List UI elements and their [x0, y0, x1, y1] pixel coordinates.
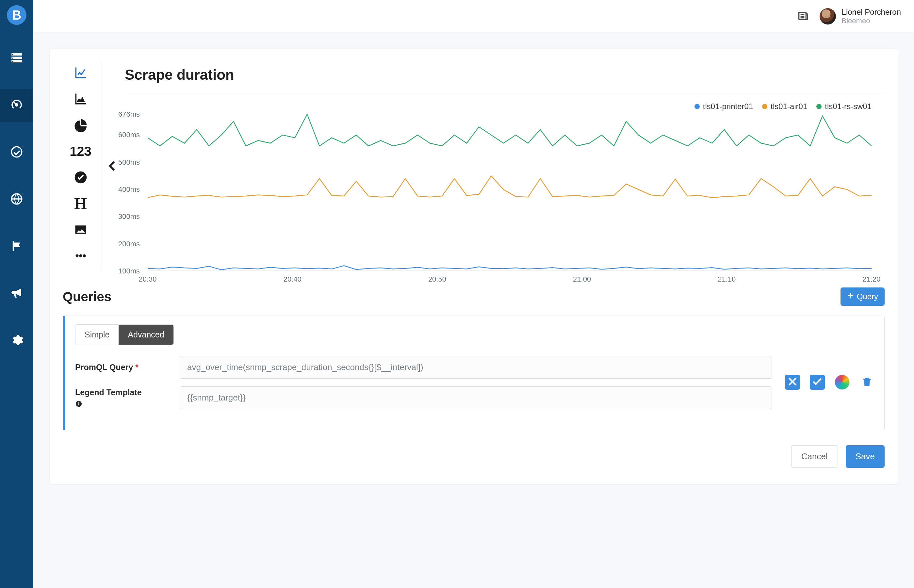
viz-line-chart[interactable]: [69, 64, 92, 82]
info-icon: [75, 399, 82, 408]
check-circle-icon: [10, 145, 24, 160]
nav-globe[interactable]: [0, 183, 33, 216]
query-mode-tabs: Simple Advanced: [75, 325, 174, 345]
query-confirm-button[interactable]: [810, 375, 825, 390]
legend-item-2[interactable]: tls01-rs-sw01: [816, 102, 872, 111]
nav-dashboards[interactable]: [0, 89, 33, 122]
brand-logo[interactable]: B: [7, 5, 26, 25]
viz-more[interactable]: [69, 247, 92, 265]
viz-type-picker: 123 H: [63, 62, 102, 271]
svg-point-3: [82, 254, 86, 257]
viz-image[interactable]: [69, 221, 92, 239]
bullhorn-icon: [10, 286, 24, 301]
server-icon: [10, 51, 24, 66]
nav-status[interactable]: [0, 136, 33, 169]
queries-heading: Queries: [63, 289, 111, 304]
user-name: Lionel Porcheron: [842, 8, 901, 17]
query-actions: [785, 325, 874, 417]
query-color-picker[interactable]: [835, 375, 849, 390]
legend-template-input[interactable]: [180, 386, 772, 409]
gauge-icon: [10, 98, 24, 113]
chart-title: Scrape duration: [125, 62, 885, 94]
add-query-label: Query: [857, 292, 878, 301]
topbar: Lionel Porcheron Bleemeo: [33, 0, 914, 33]
widget-editor-card: 123 H: [50, 49, 898, 484]
query-delete-button[interactable]: [859, 375, 874, 390]
legend-item-1[interactable]: tls01-air01: [762, 102, 807, 111]
viz-pie-chart[interactable]: [69, 116, 92, 134]
main-nav-sidebar: B: [0, 0, 33, 588]
nav-announce[interactable]: [0, 277, 33, 310]
legend-dot-icon: [816, 104, 822, 109]
save-button[interactable]: Save: [846, 445, 885, 468]
gear-icon: [10, 333, 24, 348]
promql-input[interactable]: [180, 356, 772, 379]
nav-settings[interactable]: [0, 324, 33, 357]
query-cancel-button[interactable]: [785, 375, 800, 390]
query-block: Simple Advanced PromQL Query * Legend Te: [63, 315, 885, 430]
avatar: [820, 8, 836, 24]
legend-template-label: Legend Template: [75, 387, 166, 408]
legend-item-0[interactable]: tls01-printer01: [694, 102, 753, 111]
chevron-left-icon: [105, 159, 119, 174]
svg-point-2: [79, 254, 82, 257]
chart-plot[interactable]: 676ms600ms500ms400ms300ms200ms100ms20:30…: [148, 114, 872, 271]
nav-servers[interactable]: [0, 42, 33, 75]
legend-dot-icon: [762, 104, 767, 109]
svg-point-1: [76, 254, 78, 257]
viz-area-chart[interactable]: [69, 90, 92, 108]
tab-simple[interactable]: Simple: [76, 325, 119, 345]
footer-actions: Cancel Save: [63, 445, 885, 468]
trash-icon: [861, 376, 873, 389]
flag-icon: [10, 239, 24, 254]
news-button[interactable]: [797, 9, 810, 24]
nav-flag[interactable]: [0, 230, 33, 263]
x-icon: [786, 376, 798, 389]
viz-heading[interactable]: H: [69, 195, 92, 212]
plus-icon: [847, 292, 854, 301]
viz-number[interactable]: 123: [69, 142, 92, 160]
globe-icon: [10, 192, 24, 207]
chart-legend: tls01-printer01 tls01-air01 tls01-rs-sw0…: [125, 102, 885, 114]
cancel-button[interactable]: Cancel: [791, 445, 838, 468]
tab-advanced[interactable]: Advanced: [119, 325, 173, 345]
add-query-button[interactable]: Query: [840, 288, 885, 306]
user-org: Bleemeo: [842, 17, 901, 25]
legend-dot-icon: [694, 104, 700, 109]
newspaper-icon: [797, 18, 810, 23]
check-icon: [811, 376, 823, 389]
promql-label: PromQL Query *: [75, 362, 166, 373]
viz-single-stat[interactable]: [69, 168, 92, 186]
user-menu[interactable]: Lionel Porcheron Bleemeo: [820, 8, 901, 25]
